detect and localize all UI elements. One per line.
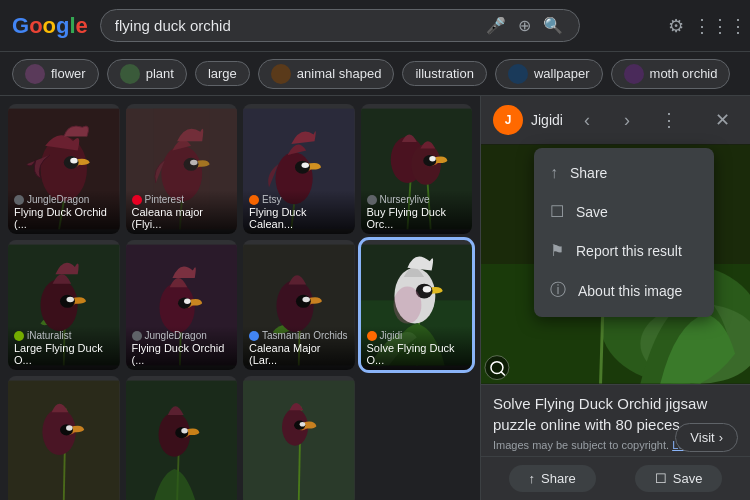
svg-point-58: [66, 425, 73, 431]
svg-point-85: [485, 356, 509, 380]
apps-button[interactable]: ⋮⋮⋮: [702, 8, 738, 44]
grid-item-2[interactable]: Pinterest Caleana major (Flyi...: [126, 104, 238, 234]
main-content: JungleDragon Flying Duck Orchid (...: [0, 96, 750, 500]
filter-chip-large[interactable]: large: [195, 61, 250, 86]
grid-item-5[interactable]: iNaturalist Large Flying Duck O...: [8, 240, 120, 370]
item-3-source: Etsy: [249, 194, 349, 205]
grid-item-6[interactable]: JungleDragon Flying Duck Orchid (...: [126, 240, 238, 370]
search-input[interactable]: [115, 17, 476, 34]
svg-point-5: [70, 158, 77, 164]
grid-item-4[interactable]: Nurserylive Buy Flying Duck Orc...: [361, 104, 473, 234]
search-bar: 🎤 ⊕ 🔍: [100, 9, 580, 42]
item-5-source: iNaturalist: [14, 330, 114, 341]
item-2-source: Pinterest: [132, 194, 232, 205]
source-dot-6: [132, 331, 142, 341]
filter-chip-animal-shaped[interactable]: animal shaped: [258, 59, 395, 89]
menu-item-about[interactable]: ⓘ About this image: [534, 270, 714, 311]
filter-chip-plant[interactable]: plant: [107, 59, 187, 89]
grid-item-11[interactable]: [243, 376, 355, 500]
dropdown-menu: ↑ Share ☐ Save ⚑ Report this result ⓘ Ab…: [534, 148, 714, 317]
source-dot-1: [14, 195, 24, 205]
source-dot-8: [367, 331, 377, 341]
svg-point-38: [184, 298, 191, 304]
menu-item-report[interactable]: ⚑ Report this result: [534, 231, 714, 270]
google-logo: Google: [12, 13, 88, 39]
chevron-right-icon: ›: [719, 430, 723, 445]
svg-point-18: [302, 162, 309, 168]
filter-chip-wallpaper[interactable]: wallpaper: [495, 59, 603, 89]
info-icon: ⓘ: [550, 280, 566, 301]
settings-button[interactable]: ⚙: [658, 8, 694, 44]
item-4-source: Nurserylive: [367, 194, 467, 205]
grid-item-7[interactable]: Tasmanian Orchids Caleana Major (Lar...: [243, 240, 355, 370]
svg-point-26: [429, 156, 436, 162]
item-2-label: Pinterest Caleana major (Flyi...: [126, 190, 238, 234]
header: Google 🎤 ⊕ 🔍 ⚙ ⋮⋮⋮: [0, 0, 750, 52]
item-8-label: Jigidi Solve Flying Duck O...: [361, 326, 473, 370]
panel-close-button[interactable]: ✕: [706, 104, 738, 136]
menu-item-save[interactable]: ☐ Save: [534, 192, 714, 231]
source-dot-4: [367, 195, 377, 205]
source-dot-2: [132, 195, 142, 205]
item-5-label: iNaturalist Large Flying Duck O...: [8, 326, 120, 370]
svg-point-70: [300, 422, 306, 427]
save-icon: ☐: [550, 202, 564, 221]
svg-point-64: [181, 428, 188, 434]
panel-save-button[interactable]: ☐ Save: [635, 465, 723, 492]
svg-point-51: [422, 286, 430, 293]
panel-header: J Jigidi ‹ › ⋮ ✕: [481, 96, 750, 144]
item-3-label: Etsy Flying Duck Calean...: [243, 190, 355, 234]
svg-point-32: [67, 297, 74, 303]
panel-action-bar: ↑ Share ☐ Save: [481, 456, 750, 500]
save-action-icon: ☐: [655, 471, 667, 486]
flag-icon: ⚑: [550, 241, 564, 260]
share-icon: ↑: [550, 164, 558, 182]
source-dot-7: [249, 331, 259, 341]
item-7-label: Tasmanian Orchids Caleana Major (Lar...: [243, 326, 355, 370]
panel-more-button[interactable]: ⋮: [653, 104, 685, 136]
grid-item-9[interactable]: [8, 376, 120, 500]
panel-share-button[interactable]: ↑ Share: [509, 465, 596, 492]
svg-point-44: [302, 297, 309, 303]
filter-chip-moth-orchid[interactable]: moth orchid: [611, 59, 731, 89]
voice-search-button[interactable]: 🎤: [484, 16, 508, 35]
item-7-source: Tasmanian Orchids: [249, 330, 349, 341]
item-6-source: JungleDragon: [132, 330, 232, 341]
panel-source-icon: J: [493, 105, 523, 135]
grid-item-10[interactable]: [126, 376, 238, 500]
panel-next-button[interactable]: ›: [611, 104, 643, 136]
filter-bar: flower plant large animal shaped illustr…: [0, 52, 750, 96]
grid-item-3[interactable]: Etsy Flying Duck Calean...: [243, 104, 355, 234]
filter-chip-illustration[interactable]: illustration: [402, 61, 487, 86]
grid-item-8[interactable]: Jigidi Solve Flying Duck O...: [361, 240, 473, 370]
image-grid: JungleDragon Flying Duck Orchid (...: [0, 96, 480, 500]
lens-button[interactable]: ⊕: [516, 16, 533, 35]
svg-point-52: [393, 286, 421, 323]
item-8-source: Jigidi: [367, 330, 467, 341]
item-1-label: JungleDragon Flying Duck Orchid (...: [8, 190, 120, 234]
grid-item-1[interactable]: JungleDragon Flying Duck Orchid (...: [8, 104, 120, 234]
item-4-label: Nurserylive Buy Flying Duck Orc...: [361, 190, 473, 234]
menu-item-share[interactable]: ↑ Share: [534, 154, 714, 192]
share-action-icon: ↑: [529, 471, 536, 486]
panel-source-name: Jigidi: [531, 112, 563, 128]
panel-visit-button[interactable]: Visit ›: [675, 423, 738, 452]
source-dot-3: [249, 195, 259, 205]
header-icons: ⚙ ⋮⋮⋮: [658, 8, 738, 44]
item-6-label: JungleDragon Flying Duck Orchid (...: [126, 326, 238, 370]
filter-chip-flower[interactable]: flower: [12, 59, 99, 89]
search-button[interactable]: 🔍: [541, 16, 565, 35]
panel-prev-button[interactable]: ‹: [571, 104, 603, 136]
item-1-source: JungleDragon: [14, 194, 114, 205]
source-dot-5: [14, 331, 24, 341]
side-panel: J Jigidi ‹ › ⋮ ✕ ↑ Share ☐ Save ⚑ Report…: [480, 96, 750, 500]
